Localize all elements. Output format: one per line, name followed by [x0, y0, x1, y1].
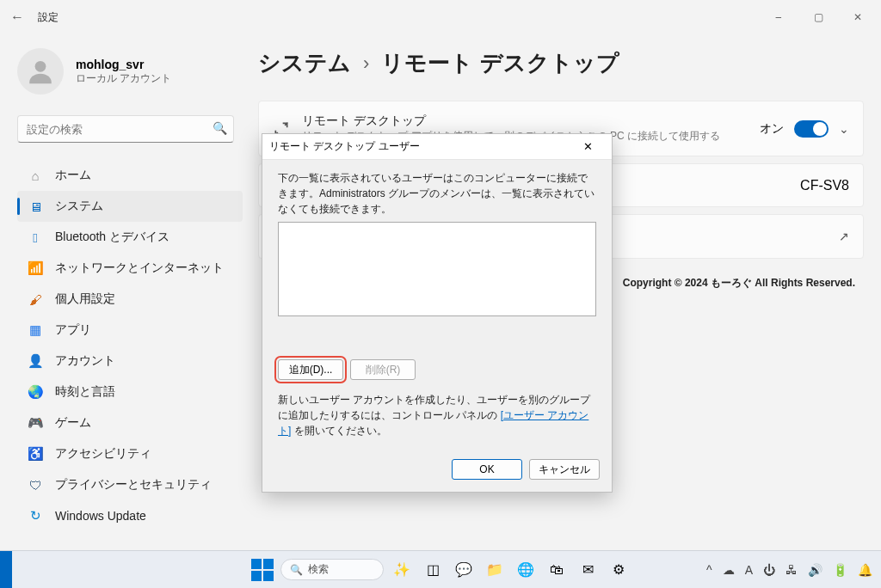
- nav-label: Windows Update: [55, 509, 146, 523]
- accounts-icon: 👤: [28, 353, 43, 369]
- notifications-icon[interactable]: 🔔: [858, 563, 872, 577]
- system-icon: 🖥: [28, 199, 43, 214]
- brush-icon: 🖌: [28, 292, 43, 307]
- nav-label: ネットワークとインターネット: [55, 260, 224, 276]
- explorer-icon[interactable]: 📁: [482, 557, 508, 583]
- dialog-close-button[interactable]: ✕: [570, 140, 605, 153]
- nav-gaming[interactable]: 🎮ゲーム: [17, 407, 243, 438]
- nav-personalization[interactable]: 🖌個人用設定: [17, 284, 243, 315]
- apps-icon: ▦: [28, 322, 43, 338]
- external-link-icon: ↗: [839, 230, 849, 243]
- start-button[interactable]: [250, 557, 275, 583]
- window-title: 設定: [38, 10, 59, 25]
- dialog-help-text: 新しいユーザー アカウントを作成したり、ユーザーを別のグループに追加したりするに…: [278, 392, 596, 438]
- toggle-state-label: オン: [760, 121, 784, 137]
- settings-icon[interactable]: ⚙: [606, 557, 631, 583]
- store-icon[interactable]: 🛍: [544, 557, 570, 583]
- nav-label: アプリ: [55, 322, 91, 338]
- svg-point-0: [35, 61, 46, 72]
- nav-system[interactable]: 🖥システム: [17, 191, 243, 222]
- minimize-button[interactable]: ‒: [759, 0, 798, 34]
- nav-label: プライバシーとセキュリティ: [55, 477, 212, 493]
- profile-name: mohlog_svr: [76, 58, 171, 71]
- update-icon: ↻: [28, 508, 43, 524]
- volume-icon[interactable]: 🔊: [808, 563, 822, 577]
- nav-network[interactable]: 📶ネットワークとインターネット: [17, 253, 243, 284]
- breadcrumb-leaf: リモート デスクトップ: [381, 48, 619, 78]
- bluetooth-icon: : [28, 230, 43, 245]
- profile-block[interactable]: mohlog_svr ローカル アカウント: [17, 48, 243, 95]
- nav-bluetooth[interactable]: Bluetooth とデバイス: [17, 222, 243, 253]
- gamepad-icon: 🎮: [28, 415, 43, 431]
- accessibility-icon: ♿: [28, 446, 43, 462]
- nav-apps[interactable]: ▦アプリ: [17, 315, 243, 346]
- avatar: [17, 48, 64, 95]
- shield-icon: 🛡: [28, 478, 43, 493]
- nav-label: システム: [55, 199, 103, 214]
- breadcrumb-root[interactable]: システム: [258, 48, 351, 78]
- add-button[interactable]: 追加(D)...: [278, 359, 343, 380]
- dialog-message: 下の一覧に表示されているユーザーはこのコンピューターに接続できます。Admini…: [278, 170, 596, 217]
- cancel-button[interactable]: キャンセル: [529, 459, 600, 480]
- outlook-icon[interactable]: ✉: [575, 557, 601, 583]
- taskbar-search[interactable]: 🔍検索: [280, 559, 384, 580]
- chat-icon[interactable]: 💬: [451, 557, 477, 583]
- battery-icon[interactable]: 🔋: [833, 563, 847, 577]
- taskbar-search-label: 検索: [308, 562, 329, 577]
- edge-icon[interactable]: 🌐: [513, 557, 539, 583]
- dialog-title: リモート デスクトップ ユーザー: [269, 139, 420, 154]
- ime-indicator[interactable]: A: [745, 563, 753, 577]
- remote-desktop-toggle[interactable]: [794, 120, 829, 138]
- nav-label: アクセシビリティ: [55, 446, 151, 462]
- nav-label: アカウント: [55, 353, 115, 369]
- home-icon: ⌂: [28, 168, 43, 183]
- ok-button[interactable]: OK: [452, 459, 522, 480]
- nav-accessibility[interactable]: ♿アクセシビリティ: [17, 438, 243, 469]
- nav-label: ゲーム: [55, 415, 91, 431]
- network-tray-icon[interactable]: 🖧: [786, 563, 798, 577]
- onedrive-icon[interactable]: ☁: [723, 563, 735, 577]
- power-icon[interactable]: ⏻: [763, 563, 775, 577]
- chevron-down-icon[interactable]: ⌄: [839, 122, 849, 136]
- window-titlebar: ← 設定 ‒ ▢ ✕: [0, 0, 881, 34]
- nav-list: ⌂ホーム 🖥システム Bluetooth とデバイス 📶ネットワークとインター…: [17, 160, 243, 531]
- nav-label: ホーム: [55, 168, 91, 183]
- nav-privacy[interactable]: 🛡プライバシーとセキュリティ: [17, 469, 243, 500]
- wifi-icon: 📶: [28, 260, 43, 276]
- search-input[interactable]: [17, 115, 234, 143]
- nav-label: 個人用設定: [55, 291, 115, 307]
- nav-accounts[interactable]: 👤アカウント: [17, 346, 243, 377]
- remove-button: 削除(R): [350, 359, 416, 380]
- back-button[interactable]: ←: [3, 9, 31, 25]
- globe-icon: 🌏: [28, 384, 43, 400]
- taskview-icon[interactable]: ◫: [420, 557, 446, 583]
- copilot-icon[interactable]: ✨: [389, 557, 415, 583]
- profile-sub: ローカル アカウント: [76, 71, 171, 86]
- nav-label: Bluetooth とデバイス: [55, 230, 169, 245]
- nav-label: 時刻と言語: [55, 384, 115, 400]
- nav-time-language[interactable]: 🌏時刻と言語: [17, 377, 243, 407]
- dialog-remote-desktop-users: リモート デスクトップ ユーザー ✕ 下の一覧に表示されているユーザーはこのコン…: [262, 133, 613, 493]
- help-text-2: を開いてください。: [291, 425, 386, 437]
- search-icon: 🔍: [290, 564, 303, 576]
- sidebar: mohlog_svr ローカル アカウント 🔍 ⌂ホーム 🖥システム Blue…: [0, 34, 250, 550]
- taskbar-accent: [0, 551, 12, 588]
- chevron-right-icon: ›: [363, 52, 369, 75]
- taskbar: 🔍検索 ✨ ◫ 💬 📁 🌐 🛍 ✉ ⚙ ^ ☁ A ⏻ 🖧 🔊 🔋 🔔: [0, 550, 881, 588]
- breadcrumb: システム › リモート デスクトップ: [258, 48, 864, 78]
- close-button[interactable]: ✕: [838, 0, 878, 34]
- card-title: リモート デスクトップ: [302, 113, 720, 129]
- pc-name-value: CF-SV8: [800, 178, 849, 193]
- maximize-button[interactable]: ▢: [798, 0, 838, 34]
- nav-home[interactable]: ⌂ホーム: [17, 160, 243, 191]
- user-listbox[interactable]: [278, 222, 596, 316]
- nav-windows-update[interactable]: ↻Windows Update: [17, 500, 243, 531]
- tray-chevron-icon[interactable]: ^: [706, 563, 712, 577]
